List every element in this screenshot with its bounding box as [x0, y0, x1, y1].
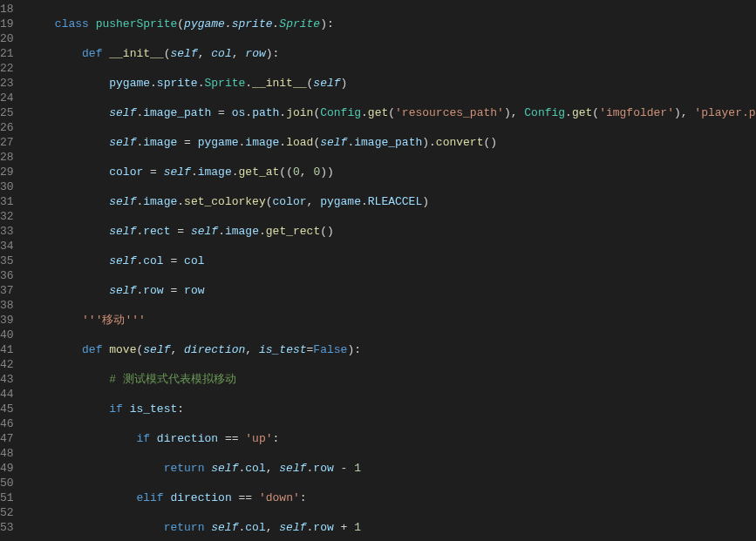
string-literal: 'resources_path'	[395, 106, 504, 119]
param-self: self	[170, 47, 197, 60]
const-rleaccel: RLEACCEL	[368, 195, 422, 208]
line-number: 48	[0, 446, 14, 461]
attr-col: col	[245, 521, 265, 534]
var-is-test: is_test	[130, 402, 178, 416]
param-self: self	[143, 343, 170, 356]
line-number: 33	[0, 224, 14, 239]
code-line: class pusherSprite(pygame.sprite.Sprite)…	[28, 17, 756, 31]
line-number: 43	[0, 372, 14, 387]
attr-image: image	[225, 225, 259, 238]
var-self: self	[109, 136, 136, 149]
var-pygame: pygame	[320, 195, 361, 208]
var-direction: direction	[157, 432, 218, 445]
attr-sprite: sprite	[157, 77, 198, 90]
number: 1	[354, 462, 361, 475]
attr-col: col	[143, 254, 163, 267]
fn-get: get	[572, 106, 592, 119]
var-self: self	[109, 284, 136, 297]
var-color: color	[109, 166, 143, 179]
code-line: self.image = pygame.image.load(self.imag…	[28, 135, 756, 150]
fn-init: __init__	[252, 77, 306, 90]
arg-self: self	[313, 77, 340, 90]
line-number-gutter: 1819202122232425262728293031323334353637…	[0, 0, 24, 541]
var-os: os	[232, 106, 246, 119]
line-number: 22	[0, 61, 14, 76]
code-line: pygame.sprite.Sprite.__init__(self)	[28, 76, 756, 91]
keyword-if: if	[136, 432, 150, 445]
attr-row: row	[313, 521, 333, 534]
keyword-def: def	[82, 47, 102, 60]
line-number: 45	[0, 402, 14, 416]
attr-image: image	[143, 195, 177, 208]
fn-convert: convert	[436, 136, 484, 149]
attr-row: row	[143, 284, 163, 297]
var-self: self	[164, 166, 191, 179]
var-self: self	[279, 521, 306, 534]
line-number: 31	[0, 194, 14, 209]
fn-get-at: get_at	[239, 166, 280, 179]
attr-image-path: image_path	[354, 136, 422, 149]
param-is-test: is_test	[259, 343, 307, 356]
attr-image: image	[245, 136, 279, 149]
param-col: col	[211, 47, 231, 60]
code-line: color = self.image.get_at((0, 0))	[28, 165, 756, 179]
comment: # 测试模式代表模拟移动	[109, 373, 236, 386]
line-number: 32	[0, 209, 14, 224]
line-number: 20	[0, 31, 14, 46]
line-number: 50	[0, 476, 14, 490]
line-number: 46	[0, 416, 14, 431]
module-pygame: pygame	[184, 17, 225, 30]
var-pygame: pygame	[109, 77, 150, 90]
fn-set-colorkey: set_colorkey	[184, 195, 266, 208]
class-sprite: Sprite	[204, 77, 245, 90]
line-number: 35	[0, 254, 14, 268]
var-self: self	[191, 225, 218, 238]
var-self: self	[109, 195, 136, 208]
fn-get-rect: get_rect	[266, 225, 320, 238]
attr-path: path	[252, 106, 279, 119]
string-literal: 'imgfolder'	[599, 106, 674, 119]
line-number: 18	[0, 2, 14, 17]
code-line: return self.col, self.row + 1	[28, 520, 756, 535]
class-config: Config	[320, 106, 361, 119]
class-config: Config	[524, 106, 565, 119]
number: 1	[354, 521, 361, 534]
code-line: # 测试模式代表模拟移动	[28, 372, 756, 387]
fn-load: load	[286, 136, 313, 149]
code-line: self.row = row	[28, 283, 756, 298]
line-number: 23	[0, 76, 14, 91]
line-number: 30	[0, 179, 14, 194]
line-number: 34	[0, 239, 14, 254]
line-number: 51	[0, 490, 14, 505]
code-area[interactable]: class pusherSprite(pygame.sprite.Sprite)…	[24, 0, 756, 541]
string-literal: 'up'	[245, 432, 272, 445]
code-line: def move(self, direction, is_test=False)…	[28, 342, 756, 357]
keyword-return: return	[164, 462, 205, 475]
code-line: self.image.set_colorkey(color, pygame.RL…	[28, 194, 756, 209]
line-number: 53	[0, 520, 14, 535]
param-direction: direction	[184, 343, 245, 356]
keyword-if: if	[109, 402, 123, 416]
line-number: 36	[0, 268, 14, 283]
code-editor[interactable]: 1819202122232425262728293031323334353637…	[0, 0, 756, 541]
var-self: self	[320, 136, 347, 149]
var-pygame: pygame	[198, 136, 239, 149]
string-literal: 'down'	[259, 491, 300, 504]
var-self: self	[109, 225, 136, 238]
const-false: False	[313, 343, 347, 356]
keyword-elif: elif	[136, 491, 163, 504]
line-number: 44	[0, 387, 14, 402]
var-row: row	[184, 284, 204, 297]
line-number: 21	[0, 46, 14, 61]
module-sprite: sprite	[232, 17, 273, 30]
attr-rect: rect	[143, 225, 170, 238]
string-literal: 'player.png'	[694, 106, 756, 119]
code-line: self.rect = self.image.get_rect()	[28, 224, 756, 239]
var-col: col	[184, 254, 204, 267]
fn-move: move	[109, 343, 136, 356]
line-number: 29	[0, 165, 14, 179]
var-direction: direction	[170, 491, 231, 504]
var-self: self	[211, 521, 238, 534]
line-number: 39	[0, 313, 14, 328]
keyword-class: class	[55, 17, 89, 30]
